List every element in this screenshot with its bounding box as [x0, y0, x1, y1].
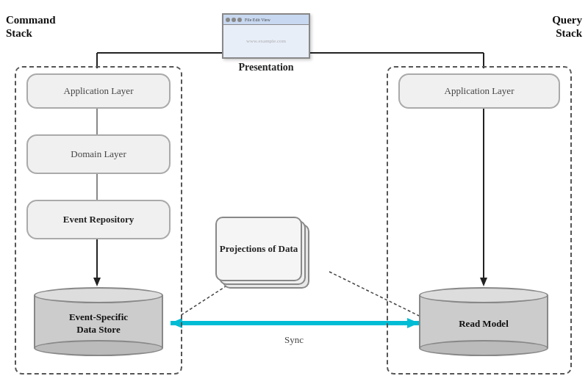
event-store-label: Event-Specific Data Store	[35, 311, 162, 336]
presentation-box: File Edit View www.example.com	[222, 13, 310, 59]
diagram: Command Stack Query Stack File Edit View…	[0, 0, 588, 387]
titlebar-dot-1	[226, 18, 230, 22]
query-stack-label: Query Stack	[552, 13, 582, 40]
sync-label: Sync	[257, 334, 331, 346]
cylinder-bottom	[34, 340, 163, 356]
presentation-content: www.example.com	[223, 25, 309, 57]
presentation-titlebar: File Edit View	[223, 15, 309, 25]
page-layer-front: Projections of Data	[215, 217, 302, 281]
cylinder-top	[34, 287, 163, 303]
projections-stack: Projections of Data	[215, 217, 317, 297]
command-stack-label: Command Stack	[6, 13, 56, 40]
app-layer-right: Application Layer	[398, 73, 560, 109]
presentation-label: Presentation	[222, 62, 310, 73]
projections-label: Projections of Data	[220, 242, 298, 256]
titlebar-dot-3	[237, 18, 242, 22]
read-model-label: Read Model	[420, 318, 547, 330]
app-layer-left: Application Layer	[26, 73, 171, 109]
event-repository: Event Repository	[26, 200, 171, 239]
read-model-bottom	[419, 340, 548, 356]
titlebar-dot-2	[232, 18, 236, 22]
read-model-cylinder: Read Model	[419, 283, 548, 360]
read-model-top	[419, 287, 548, 303]
event-store-cylinder: Event-Specific Data Store	[34, 283, 163, 360]
domain-layer: Domain Layer	[26, 134, 171, 174]
